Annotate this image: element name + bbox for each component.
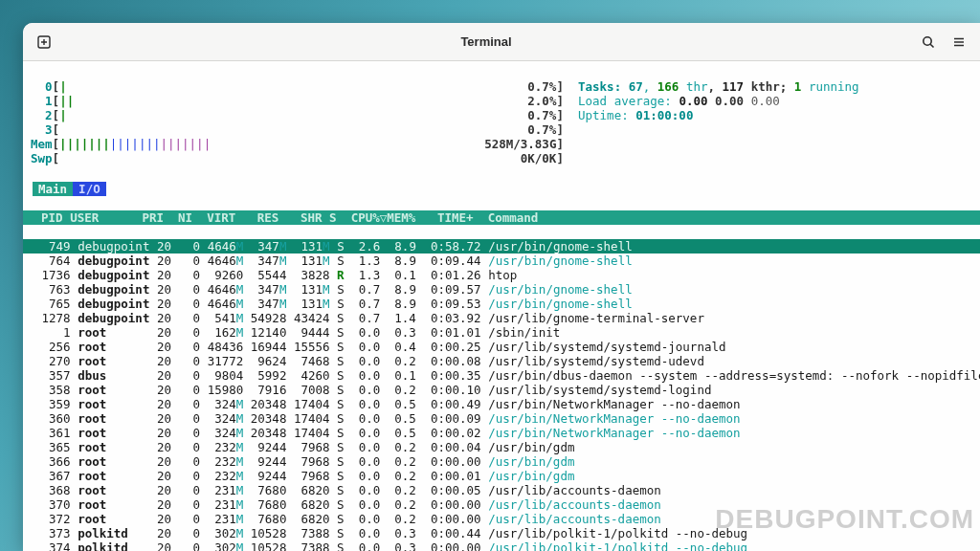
- process-row[interactable]: 359 root 20 0 324M 20348 17404 S 0.0 0.5…: [31, 397, 974, 411]
- process-row[interactable]: 749 debugpoint 20 0 4646M 347M 131M S 2.…: [23, 239, 980, 253]
- tab-io[interactable]: I/O: [73, 182, 106, 196]
- process-row[interactable]: 358 root 20 0 15980 7916 7008 S 0.0 0.2 …: [31, 383, 974, 397]
- process-row[interactable]: 270 root 20 0 31772 9624 7468 S 0.0 0.2 …: [31, 354, 974, 368]
- process-row[interactable]: 1278 debugpoint 20 0 541M 54928 43424 S …: [31, 311, 974, 325]
- process-row[interactable]: 763 debugpoint 20 0 4646M 347M 131M S 0.…: [31, 282, 974, 297]
- new-tab-button[interactable]: [31, 29, 57, 55]
- process-row[interactable]: 357 dbus 20 0 9804 5992 4260 S 0.0 0.1 0…: [31, 368, 974, 383]
- terminal-content[interactable]: 0[| 0.7%] Tasks: 67, 166 thr, 117 kthr; …: [23, 61, 980, 551]
- process-header[interactable]: PID USER PRI NI VIRT RES SHR S CPU%▽MEM%…: [23, 210, 980, 225]
- process-row[interactable]: 365 root 20 0 232M 9244 7968 S 0.0 0.2 0…: [31, 440, 974, 454]
- process-row[interactable]: 1736 debugpoint 20 0 9260 5544 3828 R 1.…: [31, 268, 974, 282]
- process-row[interactable]: 764 debugpoint 20 0 4646M 347M 131M S 1.…: [31, 253, 974, 268]
- menu-button[interactable]: [946, 29, 972, 55]
- titlebar: Terminal: [23, 23, 980, 61]
- svg-line-4: [930, 44, 933, 47]
- process-row[interactable]: 368 root 20 0 231M 7680 6820 S 0.0 0.2 0…: [31, 483, 974, 497]
- process-row[interactable]: 367 root 20 0 232M 9244 7968 S 0.0 0.2 0…: [31, 469, 974, 483]
- process-row[interactable]: 256 root 20 0 48436 16944 15556 S 0.0 0.…: [31, 340, 974, 354]
- window-title: Terminal: [59, 34, 913, 49]
- search-button[interactable]: [915, 29, 942, 55]
- process-row[interactable]: 765 debugpoint 20 0 4646M 347M 131M S 0.…: [31, 297, 974, 311]
- terminal-window: Terminal 0[| 0.7%] Tasks: 67, 166 thr, 1…: [23, 23, 980, 551]
- watermark: DEBUGPOINT.COM: [715, 512, 974, 526]
- process-row[interactable]: 1 root 20 0 162M 12140 9444 S 0.0 0.3 0:…: [31, 325, 974, 340]
- process-row[interactable]: 360 root 20 0 324M 20348 17404 S 0.0 0.5…: [31, 411, 974, 426]
- process-row[interactable]: 366 root 20 0 232M 9244 7968 S 0.0 0.2 0…: [31, 454, 974, 469]
- htop-tabs: MainI/O: [31, 182, 974, 196]
- process-row[interactable]: 374 polkitd 20 0 302M 10528 7388 S 0.0 0…: [31, 540, 974, 551]
- htop-meters: 0[| 0.7%] Tasks: 67, 166 thr, 117 kthr; …: [31, 79, 974, 165]
- tab-main[interactable]: Main: [33, 182, 73, 196]
- svg-point-3: [924, 36, 931, 44]
- process-row[interactable]: 361 root 20 0 324M 20348 17404 S 0.0 0.5…: [31, 426, 974, 440]
